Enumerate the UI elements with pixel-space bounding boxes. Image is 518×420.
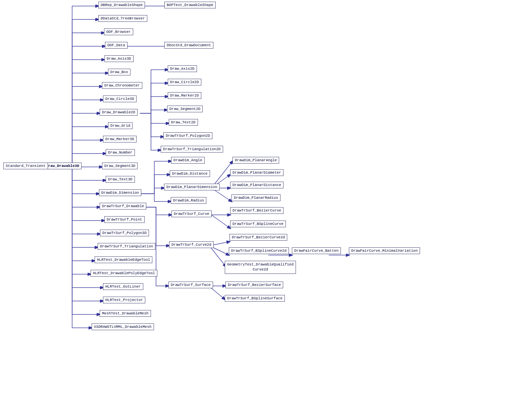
node-Draw_Text3D: Draw_Text3D	[106, 176, 135, 183]
node-GeometryTest_DrawableQualifiedCurve2d: GeometryTest_DrawableQualifiedCurve2d	[225, 261, 296, 274]
node-Draw_Grid: Draw_Grid	[108, 122, 133, 129]
node-DrawFairCurve_MinimalVariation: DrawFairCurve_MinimalVariation	[349, 247, 420, 254]
node-DrawDim_PlanarRadius: DrawDim_PlanarRadius	[231, 194, 280, 201]
node-DrawTrSurf_BezierCurve2d: DrawTrSurf_BezierCurve2d	[229, 234, 287, 241]
node-DrawFairCurve_Batten: DrawFairCurve_Batten	[292, 247, 341, 254]
node-DrawTrSurf_BezierSurface: DrawTrSurf_BezierSurface	[225, 282, 283, 288]
node-DDF_Browser: DDF_Browser	[104, 28, 133, 35]
node-DDocStd_DrawDocument: DDocStd_DrawDocument	[164, 42, 213, 49]
node-HLRTest_DrawablePolyEdgeTool: HLRTest_DrawablePolyEdgeTool	[91, 270, 157, 277]
node-DrawTrSurf_BSplineCurve: DrawTrSurf_BSplineCurve	[230, 221, 286, 227]
node-MeshTest_DrawableMesh: MeshTest_DrawableMesh	[100, 310, 151, 317]
node-DrawDim_PlanarAngle: DrawDim_PlanarAngle	[232, 157, 279, 164]
node-DBRep_DrawableShape: DBRep_DrawableShape	[98, 2, 145, 8]
node-Draw_Segment2D: Draw_Segment2D	[167, 106, 203, 112]
node-Draw_Marker2D: Draw_Marker2D	[168, 92, 201, 99]
node-DrawTrSurf_BSplineCurve2d: DrawTrSurf_BSplineCurve2d	[229, 247, 289, 254]
node-DrawDim_Radius: DrawDim_Radius	[171, 197, 206, 204]
node-HLRTest_Projector: HLRTest_Projector	[103, 297, 145, 303]
node-DrawTrSurf_Point: DrawTrSurf_Point	[104, 216, 145, 223]
diagram-container: DBRep_DrawableShape BOPTest_DrawableShap…	[0, 0, 518, 420]
node-Draw_Circle2D: Draw_Circle2D	[168, 79, 201, 85]
node-Draw_Segment3D: Draw_Segment3D	[102, 163, 138, 169]
node-DDataStd_TreeBrowser: DDataStd_TreeBrowser	[98, 15, 147, 22]
node-HLRTest_DrawableEdgeTool: HLRTest_DrawableEdgeTool	[95, 256, 152, 263]
node-Draw_Text2D: Draw_Text2D	[169, 119, 198, 126]
node-DrawTrSurf_Curve2d: DrawTrSurf_Curve2d	[169, 241, 214, 248]
node-Draw_Axis3D: Draw_Axis3D	[104, 55, 134, 62]
node-Draw_Marker3D: Draw_Marker3D	[103, 136, 137, 142]
node-Draw_Drawable3D: Draw_Drawable3D	[44, 163, 82, 169]
node-DrawTrSurf_Polygon2D: DrawTrSurf_Polygon2D	[163, 132, 212, 139]
node-Draw_Circle3D: Draw_Circle3D	[103, 96, 137, 102]
node-DrawDim_PlanarDistance: DrawDim_PlanarDistance	[230, 182, 283, 188]
node-DrawDim_Dimension: DrawDim_Dimension	[99, 189, 141, 196]
node-DrawTrSurf_Surface: DrawTrSurf_Surface	[168, 282, 213, 288]
node-Draw_Axis2D: Draw_Axis2D	[168, 65, 197, 72]
node-DrawTrSurf_Triangulation2D: DrawTrSurf_Triangulation2D	[161, 146, 223, 153]
node-DrawDim_Distance: DrawDim_Distance	[170, 170, 210, 177]
node-DrawTrSurf_BSplineSurface: DrawTrSurf_BSplineSurface	[225, 295, 285, 302]
node-DrawTrSurf_BezierCurve: DrawTrSurf_BezierCurve	[230, 207, 283, 214]
node-DrawTrSurf_Drawable: DrawTrSurf_Drawable	[100, 203, 146, 209]
node-BOPTest_DrawableShape: BOPTest_DrawableShape	[164, 2, 216, 8]
node-Standard_Transient: Standard_Transient	[3, 163, 48, 169]
node-Draw_Box: Draw_Box	[108, 69, 131, 75]
node-DrawDim_Angle: DrawDim_Angle	[171, 157, 205, 164]
node-DrawDim_PlanarDimension: DrawDim_PlanarDimension	[164, 184, 220, 190]
node-Draw_Number: Draw_Number	[106, 149, 135, 156]
node-DrawTrSurf_Curve: DrawTrSurf_Curve	[171, 211, 212, 217]
node-XSDRAWSTLVRML_DrawableMesh: XSDRAWSTLVRML_DrawableMesh	[92, 323, 154, 330]
node-DrawTrSurf_Polygon3D: DrawTrSurf_Polygon3D	[100, 230, 149, 236]
svg-line-13	[209, 246, 226, 266]
svg-line-10	[211, 215, 230, 228]
node-HLRTest_OutLiner: HLRTest_OutLiner	[103, 283, 143, 290]
node-Draw_Chronometer: Draw_Chronometer	[102, 82, 142, 89]
node-DDF_Data: DDF_Data	[105, 42, 127, 49]
node-DrawTrSurf_Triangulation: DrawTrSurf_Triangulation	[98, 243, 155, 250]
node-Draw_Drawable2D: Draw_Drawable2D	[100, 109, 138, 116]
node-DrawDim_PlanarDiameter: DrawDim_PlanarDiameter	[230, 169, 283, 176]
